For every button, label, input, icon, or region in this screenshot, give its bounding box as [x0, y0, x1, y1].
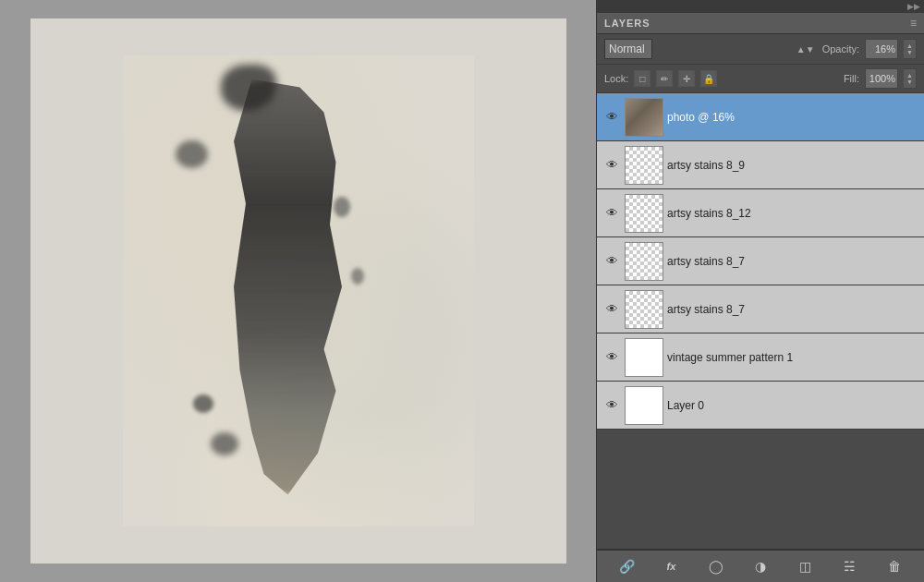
- layer-name-photo: photo @ 16%: [667, 111, 918, 124]
- opacity-label: Opacity:: [822, 43, 859, 55]
- canvas-area: [0, 0, 596, 582]
- panel-bottom-toolbar: 🔗 fx ◯ ◑ ◫ ☵ 🗑: [597, 549, 924, 582]
- panel-header: LAYERS ≡: [597, 13, 924, 34]
- blend-mode-select[interactable]: Normal Multiply Screen Overlay: [604, 39, 652, 59]
- panel-topbar: ▶▶: [597, 0, 924, 13]
- lock-label: Lock:: [604, 73, 628, 84]
- ink-dot-2: [351, 268, 364, 285]
- layer-thumbnail-artsy-stains-7a: [625, 242, 663, 281]
- new-layer-group-button[interactable]: ◫: [794, 555, 816, 577]
- drag-handle-icon: ▶▶: [907, 2, 920, 11]
- blend-arrow-icon: ▲▼: [796, 44, 815, 55]
- layer-name-artsy-stains-7a: artsy stains 8_7: [667, 255, 918, 268]
- layer-thumbnail-vintage-summer: [625, 338, 663, 377]
- layer-thumbnail-artsy-stains-12: [625, 194, 663, 233]
- layers-list: 👁photo @ 16%👁artsy stains 8_9👁artsy stai…: [597, 93, 924, 549]
- fill-input[interactable]: [865, 68, 898, 89]
- layer-row-vintage-summer[interactable]: 👁vintage summer pattern 1: [597, 333, 924, 382]
- blend-mode-wrapper: Normal Multiply Screen Overlay ▲▼: [604, 39, 817, 59]
- layer-thumbnail-layer-0: [625, 386, 663, 425]
- ink-dot-3: [193, 394, 213, 413]
- link-layers-button[interactable]: 🔗: [615, 555, 638, 577]
- fill-label: Fill:: [844, 73, 859, 84]
- visibility-toggle-artsy-stains-7a[interactable]: 👁: [602, 252, 621, 271]
- panel-menu-icon[interactable]: ≡: [910, 17, 917, 30]
- layer-thumbnail-photo: [625, 98, 663, 137]
- visibility-toggle-artsy-stains-7b[interactable]: 👁: [602, 300, 621, 319]
- artwork: [123, 55, 474, 527]
- lock-all-btn[interactable]: 🔒: [700, 70, 717, 87]
- lock-image-btn[interactable]: ✏: [656, 70, 673, 87]
- delete-layer-button[interactable]: 🗑: [883, 555, 906, 577]
- new-fill-layer-button[interactable]: ◑: [749, 555, 772, 577]
- ink-dot-4: [211, 432, 238, 455]
- add-layer-style-button[interactable]: fx: [660, 555, 682, 577]
- add-mask-button[interactable]: ◯: [705, 555, 727, 577]
- visibility-toggle-photo[interactable]: 👁: [602, 108, 621, 127]
- visibility-toggle-vintage-summer[interactable]: 👁: [602, 348, 621, 367]
- opacity-stepper[interactable]: ▲ ▼: [904, 39, 917, 59]
- layer-row-artsy-stains-9[interactable]: 👁artsy stains 8_9: [597, 141, 924, 189]
- visibility-toggle-artsy-stains-9[interactable]: 👁: [602, 156, 621, 175]
- layer-row-artsy-stains-12[interactable]: 👁artsy stains 8_12: [597, 189, 924, 237]
- blend-mode-row: Normal Multiply Screen Overlay ▲▼ Opacit…: [597, 34, 924, 65]
- layer-row-layer-0[interactable]: 👁Layer 0: [597, 382, 924, 430]
- layer-name-artsy-stains-12: artsy stains 8_12: [667, 207, 918, 220]
- ink-dot-1: [334, 197, 350, 217]
- panel-title: LAYERS: [604, 18, 650, 29]
- layer-row-photo[interactable]: 👁photo @ 16%: [597, 93, 924, 141]
- layer-name-artsy-stains-9: artsy stains 8_9: [667, 159, 918, 172]
- fill-stepper[interactable]: ▲ ▼: [904, 68, 917, 89]
- new-layer-button[interactable]: ☵: [839, 555, 861, 577]
- layer-row-artsy-stains-7b[interactable]: 👁artsy stains 8_7: [597, 285, 924, 333]
- layer-name-vintage-summer: vintage summer pattern 1: [667, 351, 918, 364]
- layers-panel: ▶▶ LAYERS ≡ Normal Multiply Screen Overl…: [596, 0, 924, 582]
- lock-position-btn[interactable]: ✛: [678, 70, 695, 87]
- layer-thumbnail-artsy-stains-7b: [625, 290, 663, 329]
- ink-splat-2: [176, 140, 208, 168]
- canvas-background: [30, 18, 566, 564]
- layer-name-artsy-stains-7b: artsy stains 8_7: [667, 303, 918, 316]
- layer-name-layer-0: Layer 0: [667, 399, 918, 412]
- visibility-toggle-layer-0[interactable]: 👁: [602, 396, 621, 415]
- visibility-toggle-artsy-stains-12[interactable]: 👁: [602, 204, 621, 223]
- layer-thumbnail-artsy-stains-9: [625, 146, 663, 185]
- lock-row: Lock: □ ✏ ✛ 🔒 Fill: ▲ ▼: [597, 65, 924, 93]
- layer-row-artsy-stains-7a[interactable]: 👁artsy stains 8_7: [597, 237, 924, 285]
- lock-transparent-btn[interactable]: □: [634, 70, 650, 87]
- opacity-input[interactable]: [865, 39, 898, 59]
